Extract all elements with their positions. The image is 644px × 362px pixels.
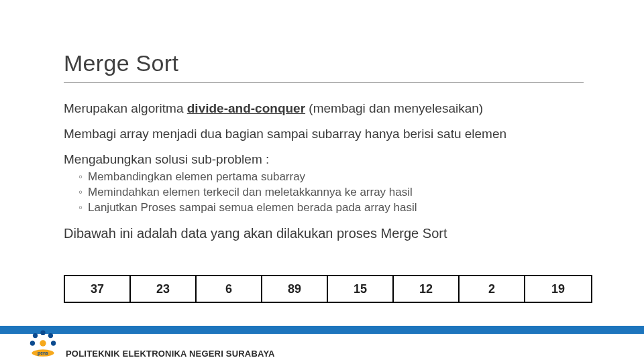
array-cell: 15 — [328, 276, 394, 302]
paragraph-2: Membagi array menjadi dua bagian sampai … — [64, 126, 594, 142]
para1-suffix: (membagi dan menyelesaikan) — [305, 101, 483, 115]
slide-body: Merupakan algoritma divide-and-conquer (… — [64, 101, 594, 251]
bullet-icon: ◦ — [78, 185, 88, 200]
sub-item-text: Lanjutkan Proses sampai semua elemen ber… — [88, 201, 417, 214]
svg-point-4 — [51, 341, 56, 345]
svg-point-3 — [30, 341, 35, 345]
array-cell: 37 — [65, 276, 131, 302]
sub-item-text: Memindahkan elemen terkecil dan meletakk… — [88, 186, 413, 198]
paragraph-1: Merupakan algoritma divide-and-conquer (… — [64, 101, 594, 117]
svg-point-2 — [48, 333, 53, 338]
sub-item-1: ◦Memindahkan elemen terkecil dan meletak… — [78, 185, 594, 200]
paragraph-4: Dibawah ini adalah data yang akan dilaku… — [64, 225, 594, 242]
title-underline — [64, 82, 584, 83]
sub-item-2: ◦Lanjutkan Proses sampai semua elemen be… — [78, 200, 594, 216]
sub-list: ◦Membandingkan elemen pertama subarray ◦… — [78, 170, 594, 216]
svg-point-0 — [33, 333, 38, 338]
pens-logo-icon: pens — [25, 326, 60, 361]
array-cell: 2 — [460, 276, 525, 302]
slide: Merge Sort Merupakan algoritma divide-an… — [0, 0, 644, 362]
array-cell: 12 — [394, 276, 460, 302]
paragraph-3: Mengabungkan solusi sub-problem : — [64, 152, 594, 168]
array-cell: 89 — [262, 276, 328, 302]
svg-point-1 — [40, 330, 45, 335]
sub-item-0: ◦Membandingkan elemen pertama subarray — [78, 170, 594, 185]
slide-title: Merge Sort — [64, 50, 178, 76]
array-row: 37 23 6 89 15 12 2 19 — [64, 275, 592, 303]
para1-prefix: Merupakan algoritma — [64, 101, 187, 115]
bullet-icon: ◦ — [78, 170, 88, 185]
bullet-icon: ◦ — [78, 200, 88, 216]
array-cell: 19 — [525, 276, 591, 302]
svg-point-5 — [40, 340, 46, 346]
array-cell: 6 — [197, 276, 262, 302]
footer-text: POLITEKNIK ELEKTRONIKA NEGERI SURABAYA — [66, 349, 275, 359]
para1-bold: divide-and-conquer — [187, 101, 305, 115]
svg-text:pens: pens — [38, 351, 48, 356]
sub-item-text: Membandingkan elemen pertama subarray — [88, 170, 305, 183]
array-cell: 23 — [131, 276, 197, 302]
